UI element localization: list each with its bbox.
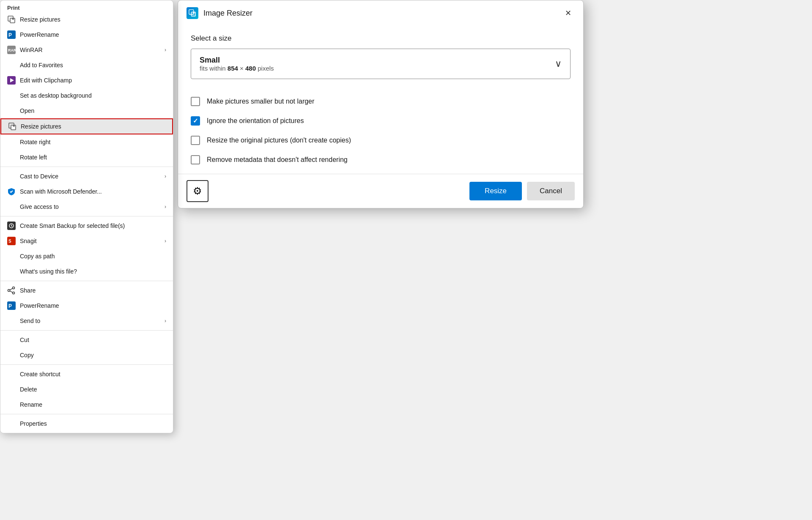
menu-item-rename[interactable]: Rename	[0, 397, 173, 412]
size-width: 854	[228, 65, 238, 72]
menu-label-share: Share	[20, 287, 166, 294]
menu-label-power-rename-top: PowerRename	[20, 31, 166, 38]
svg-text:S: S	[8, 239, 11, 244]
menu-label-winrar: WinRAR	[20, 47, 160, 53]
menu-item-copy-path[interactable]: Copy as path	[0, 249, 173, 264]
menu-label-whats-using: What's using this file?	[20, 268, 77, 275]
select-size-label: Select a size	[191, 34, 571, 43]
menu-item-power-rename[interactable]: P PowerRename	[0, 298, 173, 313]
image-resizer-dialog: Image Resizer ✕ Select a size Small fits…	[178, 0, 584, 208]
menu-item-add-favorites[interactable]: Add to Favorites	[0, 57, 173, 73]
share-icon	[7, 286, 16, 295]
dialog-close-button[interactable]: ✕	[561, 6, 575, 20]
svg-text:P: P	[8, 32, 12, 38]
cancel-button[interactable]: Cancel	[527, 182, 575, 200]
menu-label-cast: Cast to Device	[20, 173, 165, 180]
menu-label-create-shortcut: Create shortcut	[20, 371, 60, 378]
menu-section-print: Print	[0, 2, 173, 12]
defender-icon	[7, 187, 16, 196]
size-chevron-icon: ∨	[555, 58, 562, 69]
menu-item-give-access[interactable]: Give access to ›	[0, 199, 173, 214]
checkbox-label-2: Ignore the orientation of pictures	[207, 117, 304, 125]
svg-line-18	[10, 291, 13, 293]
menu-label-open: Open	[20, 107, 34, 114]
menu-label-cut: Cut	[20, 337, 29, 343]
size-selector-info: Small fits within 854 × 480 pixels	[200, 56, 274, 72]
svg-text:P: P	[8, 303, 12, 309]
snagit-icon: S	[7, 237, 16, 245]
dialog-title-icon	[187, 7, 198, 19]
dialog-footer: ⚙ Resize Cancel	[178, 174, 583, 208]
menu-item-winrar[interactable]: RAR WinRAR ›	[0, 42, 173, 57]
powertoys2-icon: P	[7, 301, 16, 310]
menu-item-rotate-left[interactable]: Rotate left	[0, 150, 173, 165]
checkbox-4[interactable]	[191, 155, 200, 164]
menu-item-cut[interactable]: Cut	[0, 332, 173, 348]
menu-item-properties[interactable]: Properties	[0, 416, 173, 431]
menu-item-open[interactable]: Open	[0, 103, 173, 118]
checkbox-row-3: Resize the original pictures (don't crea…	[191, 131, 571, 150]
powertoys-icon: P	[7, 30, 16, 39]
menu-item-set-desktop[interactable]: Set as desktop background	[0, 88, 173, 103]
checkbox-row-4: Remove metadata that doesn't affect rend…	[191, 150, 571, 170]
resize-icon	[7, 15, 16, 24]
checkbox-2[interactable]	[191, 116, 200, 126]
winrar-icon: RAR	[7, 46, 16, 54]
svg-text:RAR: RAR	[8, 48, 16, 52]
size-selector[interactable]: Small fits within 854 × 480 pixels ∨	[191, 49, 571, 79]
menu-item-snagit[interactable]: S Snagit ›	[0, 233, 173, 249]
menu-item-rotate-right[interactable]: Rotate right	[0, 134, 173, 150]
arrow-snagit: ›	[165, 238, 166, 244]
dialog-title: Image Resizer	[203, 9, 556, 18]
menu-label-resize: Resize pictures	[21, 123, 165, 130]
menu-item-create-shortcut[interactable]: Create shortcut	[0, 367, 173, 382]
size-desc: fits within 854 × 480 pixels	[200, 65, 274, 72]
size-height: 480	[245, 65, 256, 72]
menu-item-share[interactable]: Share	[0, 283, 173, 298]
menu-label-rename: Rename	[20, 401, 42, 408]
size-cross: ×	[240, 65, 245, 72]
resize-button[interactable]: Resize	[469, 182, 522, 200]
menu-label-clipchamp: Edit with Clipchamp	[20, 77, 166, 84]
arrow-send-to: ›	[165, 318, 166, 324]
menu-item-defender[interactable]: Scan with Microsoft Defender...	[0, 184, 173, 199]
checkbox-row-2: Ignore the orientation of pictures	[191, 111, 571, 131]
checkbox-1[interactable]	[191, 97, 200, 106]
size-name: Small	[200, 56, 274, 65]
svg-line-17	[10, 288, 13, 290]
menu-label-copy: Copy	[20, 352, 34, 359]
svg-point-16	[13, 292, 15, 294]
checkbox-label-3: Resize the original pictures (don't crea…	[207, 137, 351, 144]
menu-label-add-favorites: Add to Favorites	[20, 62, 63, 68]
checkbox-label-4: Remove metadata that doesn't affect rend…	[207, 156, 348, 164]
menu-item-whats-using[interactable]: What's using this file?	[0, 264, 173, 279]
menu-item-resize-pictures[interactable]: Resize pictures	[0, 118, 173, 134]
menu-label-copy-path: Copy as path	[20, 253, 55, 260]
menu-label-send-to: Send to	[20, 317, 165, 324]
checkbox-label-1: Make pictures smaller but not larger	[207, 98, 314, 105]
clipchamp-icon	[7, 76, 16, 85]
menu-item-cast[interactable]: Cast to Device ›	[0, 169, 173, 184]
checkbox-3[interactable]	[191, 136, 200, 145]
svg-point-14	[13, 287, 15, 289]
arrow-give-access: ›	[165, 204, 166, 210]
menu-label-properties: Properties	[20, 420, 47, 427]
menu-item-power-rename-top[interactable]: P PowerRename	[0, 27, 173, 42]
arrow-winrar: ›	[165, 47, 166, 53]
checkbox-row-1: Make pictures smaller but not larger	[191, 92, 571, 111]
menu-item-backup[interactable]: Create Smart Backup for selected file(s)	[0, 218, 173, 233]
settings-button[interactable]: ⚙	[187, 180, 208, 202]
menu-item-send-to[interactable]: Send to ›	[0, 313, 173, 328]
menu-label-delete: Delete	[20, 386, 37, 393]
menu-item-clipchamp[interactable]: Edit with Clipchamp	[0, 73, 173, 88]
menu-item-copy[interactable]: Copy	[0, 348, 173, 363]
menu-item-resize-pictures-top[interactable]: Resize pictures	[0, 12, 173, 27]
menu-label-power-rename: PowerRename	[20, 302, 166, 309]
backup-icon	[7, 222, 16, 230]
menu-label-resize-top: Resize pictures	[20, 16, 166, 23]
menu-label-defender: Scan with Microsoft Defender...	[20, 188, 166, 195]
svg-point-15	[8, 290, 10, 292]
size-desc-prefix: fits within	[200, 65, 226, 72]
size-unit-label: pixels	[258, 65, 274, 72]
menu-item-delete[interactable]: Delete	[0, 382, 173, 397]
